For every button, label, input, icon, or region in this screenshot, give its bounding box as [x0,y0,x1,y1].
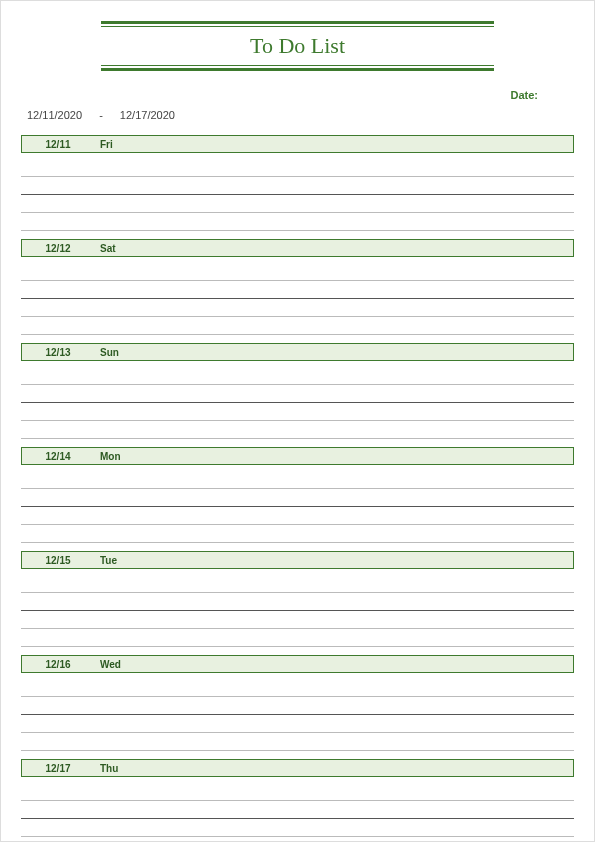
task-lines [21,569,574,647]
task-line[interactable] [21,801,574,819]
task-line[interactable] [21,507,574,525]
day-header: 12/17Thu [21,759,574,777]
day-block: 12/12Sat [21,239,574,335]
task-line[interactable] [21,489,574,507]
day-block: 12/17Thu [21,759,574,842]
day-date: 12/11 [22,139,94,150]
day-header: 12/16Wed [21,655,574,673]
task-line[interactable] [21,159,574,177]
date-label: Date: [510,89,538,101]
task-line[interactable] [21,819,574,837]
task-lines [21,257,574,335]
task-line[interactable] [21,611,574,629]
task-line[interactable] [21,195,574,213]
day-block: 12/14Mon [21,447,574,543]
day-of-week: Fri [94,139,113,150]
task-lines [21,153,574,231]
task-line[interactable] [21,421,574,439]
task-line[interactable] [21,679,574,697]
task-lines [21,465,574,543]
task-line[interactable] [21,837,574,842]
task-line[interactable] [21,733,574,751]
day-of-week: Wed [94,659,121,670]
task-line[interactable] [21,715,574,733]
title-block: To Do List [101,21,494,71]
task-line[interactable] [21,783,574,801]
day-date: 12/12 [22,243,94,254]
range-start: 12/11/2020 [27,109,82,121]
day-block: 12/15Tue [21,551,574,647]
day-date: 12/17 [22,763,94,774]
day-of-week: Sun [94,347,119,358]
day-block: 12/11Fri [21,135,574,231]
day-date: 12/16 [22,659,94,670]
day-header: 12/11Fri [21,135,574,153]
task-lines [21,673,574,751]
day-of-week: Mon [94,451,121,462]
task-lines [21,777,574,842]
task-line[interactable] [21,213,574,231]
date-range: 12/11/2020 - 12/17/2020 [21,109,574,121]
day-of-week: Sat [94,243,116,254]
task-lines [21,361,574,439]
page-title: To Do List [101,31,494,61]
range-end: 12/17/2020 [120,109,175,121]
task-line[interactable] [21,471,574,489]
task-line[interactable] [21,403,574,421]
task-line[interactable] [21,593,574,611]
day-header: 12/15Tue [21,551,574,569]
day-date: 12/14 [22,451,94,462]
task-line[interactable] [21,385,574,403]
task-line[interactable] [21,317,574,335]
day-date: 12/13 [22,347,94,358]
day-block: 12/16Wed [21,655,574,751]
day-date: 12/15 [22,555,94,566]
date-row: Date: [21,85,574,103]
day-block: 12/13Sun [21,343,574,439]
day-of-week: Thu [94,763,118,774]
day-of-week: Tue [94,555,117,566]
task-line[interactable] [21,281,574,299]
day-header: 12/12Sat [21,239,574,257]
task-line[interactable] [21,697,574,715]
task-line[interactable] [21,575,574,593]
task-line[interactable] [21,629,574,647]
day-header: 12/14Mon [21,447,574,465]
task-line[interactable] [21,367,574,385]
task-line[interactable] [21,525,574,543]
range-separator: - [99,109,103,121]
task-line[interactable] [21,299,574,317]
day-header: 12/13Sun [21,343,574,361]
task-line[interactable] [21,263,574,281]
task-line[interactable] [21,177,574,195]
